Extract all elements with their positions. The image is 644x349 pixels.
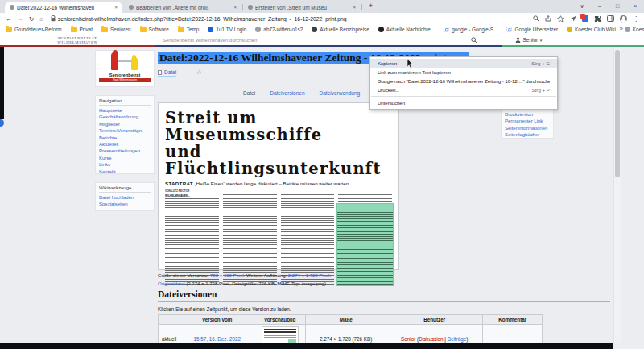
site-name[interactable]: Seniorenbeirat Wilhelmshaven [0, 36, 155, 45]
bookmark-item[interactable]: Koester Club – Wor... [625, 27, 644, 32]
bookmark-item[interactable]: Aktuelle Nachrichte... [378, 27, 435, 32]
navigation-heading: Navigation [99, 98, 151, 106]
sidebar-item-kurse[interactable]: Kurse [99, 155, 151, 161]
menu-item-link-kopieren[interactable]: Link zum markierten Text kopieren [370, 68, 557, 77]
shortcut-label: Strg + P [531, 87, 550, 93]
profile-avatar-icon[interactable] [620, 15, 627, 23]
tab-close-icon[interactable]: × [233, 5, 237, 10]
tool-seitenlogbuecher[interactable]: Seitenlogbücher [505, 131, 550, 138]
menu-item-drucken[interactable]: Drucken... Strg + P [370, 85, 557, 94]
bookmark-folder[interactable]: Temp [178, 27, 200, 32]
browser-tab-1[interactable]: Datei:2022-12-16 Wilhelmshaven × [5, 2, 122, 13]
folder-icon [101, 27, 108, 32]
close-button[interactable]: × [626, 0, 644, 12]
desktop-edge-strip [0, 47, 4, 119]
reload-button[interactable]: ↻ [29, 15, 34, 23]
original-file-link[interactable]: Originaldatei [158, 281, 185, 286]
bookmark-item[interactable]: 1u1 TV Login [208, 27, 246, 32]
menu-item-google-suche[interactable]: Google nach "Datei:2022-12-16 Wilhelmsha… [370, 77, 557, 85]
user-menu[interactable]: Senior ▾ [515, 37, 542, 43]
sidebar-item-kontakt[interactable]: Kontakt [99, 168, 151, 175]
forward-button[interactable]: → [18, 15, 24, 23]
bookmark-item[interactable]: Ggoogle - Google-S... [444, 27, 497, 32]
sidebar-item-termine[interactable]: Termine/Veranstltgn. [99, 127, 151, 134]
tool-seiteninformationen[interactable]: Seiteninformationen [505, 125, 550, 131]
header-accent-green [502, 45, 644, 47]
bookmark-star-icon[interactable] [557, 15, 564, 23]
side-panel-icon[interactable] [607, 15, 614, 22]
preview-size-link[interactable]: 788 × 600 Pixel [210, 273, 244, 278]
sidebar-item-mitglieder[interactable]: Mitglieder [99, 121, 151, 127]
browser-tab-2[interactable]: Bearbeiten von „Ältere mit groß × [124, 2, 242, 13]
menu-item-untersuchen[interactable]: Untersuchen [370, 98, 557, 107]
send-tab-icon[interactable] [570, 15, 576, 22]
maximize-button[interactable]: □ [609, 0, 626, 12]
sidebar-item-hauptseite[interactable]: Hauptseite [99, 107, 151, 114]
extensions-puzzle-icon[interactable] [594, 15, 601, 23]
sidebar-logo-box[interactable]: Seniorenbeirat Stadt Wilhelmshaven [95, 50, 155, 87]
site-favicon [312, 27, 317, 32]
share-icon[interactable] [545, 15, 551, 22]
home-button[interactable]: ⌂ [39, 15, 43, 23]
tab-close-icon[interactable]: × [353, 5, 356, 10]
tab-search-icon[interactable]: ∨ [573, 0, 591, 12]
extension-badge-icon[interactable] [582, 15, 588, 22]
col-benutzer: Benutzer [386, 315, 483, 325]
user-contribs-link[interactable]: Beiträge [448, 336, 466, 342]
folder-icon [178, 27, 184, 32]
google-favicon: G [506, 27, 512, 32]
tool-druckversion[interactable]: Druckversion [505, 111, 550, 118]
watch-star-icon[interactable]: ☆ [196, 69, 202, 76]
tab-dateiversionen[interactable]: Dateiversionen [270, 90, 304, 96]
tab-datei[interactable]: Datei [243, 90, 255, 96]
sidebar-item-spezialseiten[interactable]: Spezialseiten [99, 201, 151, 207]
new-tab-button[interactable]: + [369, 2, 373, 10]
site-search-icon[interactable] [471, 37, 477, 44]
tab-datei-namespace[interactable]: Datei [158, 69, 176, 77]
bookmark-folder[interactable]: Grundsteuer-Reform [6, 27, 62, 32]
sidebar-item-datei-hochladen[interactable]: Datei hochladen [99, 194, 151, 201]
tool-permanenter-link[interactable]: Permanenter Link [505, 118, 550, 124]
full-size-link[interactable]: 2.274 × 1.728 Pixel [288, 273, 330, 278]
bookmark-item[interactable]: ab72-witten-o1s2 [255, 27, 303, 32]
file-history-hint: Klicken Sie auf einen Zeitpunkt, um dies… [158, 306, 291, 312]
site-favicon [208, 27, 213, 32]
tab-close-icon[interactable]: × [114, 5, 118, 10]
version-link[interactable]: 15:57, 16. Dez. 2022 [193, 336, 240, 342]
tab-separator [242, 4, 243, 10]
bookmark-folder[interactable]: Privat [71, 27, 93, 32]
col-masse: Maße [306, 315, 386, 325]
sidebar-item-pressemitteilungen[interactable]: Pressemitteilungen [99, 147, 151, 154]
table-header-row: Version vom Vorschaubild Maße Benutzer K… [159, 315, 543, 325]
menu-separator [371, 96, 556, 97]
tab-dateiverwendung[interactable]: Dateiverwendung [320, 90, 361, 96]
browser-menu-icon[interactable]: ⋮ [633, 15, 639, 23]
back-button[interactable]: ← [6, 15, 12, 23]
bookmark-folder[interactable]: Senioren [101, 27, 131, 32]
user-link[interactable]: Senior [401, 336, 415, 342]
omnibox[interactable]: seniorenbeirat-wilhelmshaven.de/index.ph… [51, 15, 526, 22]
sidebar-item-aktuelles[interactable]: Aktuelles [99, 141, 151, 147]
file-preview-image[interactable]: Streit um Museumsschiffe und Flüchtlings… [158, 102, 399, 270]
bookmark-item[interactable]: GGoogle Übersetzer [506, 27, 558, 32]
sidebar-item-geschaeftsordnung[interactable]: Geschäftsordnung [99, 114, 151, 120]
section-heading-dateiversionen: Dateiversionen [158, 289, 610, 302]
bookmark-item[interactable]: Aktuelle Benzinpreise [312, 27, 369, 32]
tab-title: Erstellen von „Streit um Museu [255, 5, 349, 10]
sidebar-item-berichte[interactable]: Berichte [99, 135, 151, 141]
logo-handshake [118, 60, 132, 62]
site-search-input[interactable]: Seniorenbeirat Wilhelmshaven durchsuchen [163, 38, 257, 43]
window-controls: ∨ – □ × [573, 0, 644, 12]
browser-tab-3[interactable]: Erstellen von „Streit um Museu × [243, 2, 361, 13]
mouse-cursor [407, 59, 414, 69]
bookmark-item[interactable]: Koester Club Wiki [567, 27, 616, 32]
toolbar-icons: ⋮ [533, 15, 639, 23]
bookmark-folder[interactable]: Software [140, 27, 169, 32]
minimize-button[interactable]: – [591, 0, 609, 12]
sidebar-item-links[interactable]: Links [99, 161, 151, 168]
menu-item-kopieren[interactable]: Kopieren Strg + C [370, 59, 557, 68]
search-icon[interactable] [533, 15, 539, 22]
scrollbar-thumb[interactable] [615, 50, 620, 177]
bookmarks-overflow-chevron[interactable]: » [620, 25, 623, 32]
user-talk-link[interactable]: Diskussion [419, 336, 443, 342]
